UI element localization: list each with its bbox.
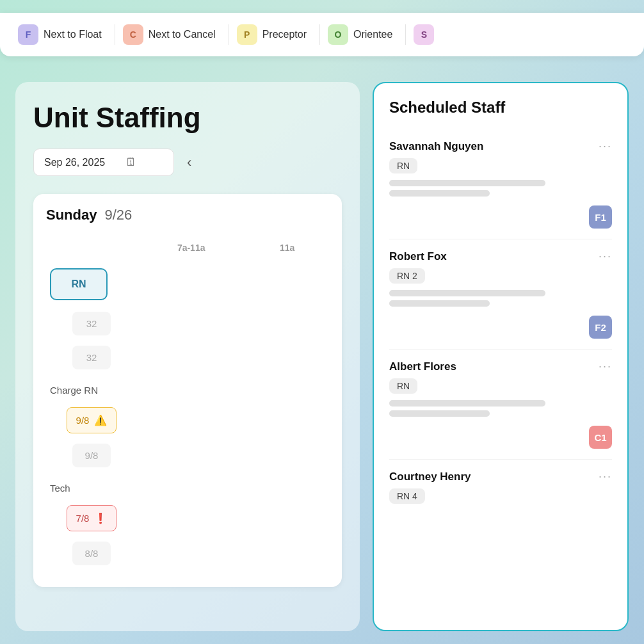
col-label-header xyxy=(50,237,133,258)
rn-count2-cell: 32 xyxy=(50,341,133,374)
charge-rn-label: Charge RN xyxy=(50,378,133,402)
col-time1-header: 7a-11a xyxy=(137,237,245,258)
staff-role-3: RN xyxy=(389,378,417,394)
legend-bar: F Next to Float C Next to Cancel P Prece… xyxy=(0,13,644,56)
list-item: Albert Flores ··· RN C1 xyxy=(389,350,612,460)
staff-role-2: RN 2 xyxy=(389,268,425,284)
day-name: Sunday xyxy=(46,207,97,223)
tech-count1-cell: 7/8 ❗ xyxy=(50,500,133,536)
rn-count1: 32 xyxy=(72,312,111,335)
charge-rn-count2: 9/8 xyxy=(72,444,111,467)
day-card: Sunday 9/26 7a-11a 11a xyxy=(33,194,342,587)
rn-count2: 32 xyxy=(72,346,111,369)
tech-label: Tech xyxy=(50,476,133,500)
charge-rn-count1-cell: 9/8 ⚠️ xyxy=(50,402,133,439)
list-item: Savannah Nguyen ··· RN F1 xyxy=(389,129,612,239)
tech-count2: 8/8 xyxy=(72,542,111,565)
table-row: RN 32 32 xyxy=(50,262,325,374)
staff-info-1: F1 xyxy=(389,180,612,229)
schedule-header-row: 7a-11a 11a xyxy=(50,237,325,258)
info-line-long-1 xyxy=(389,180,545,186)
rn-label-cell: RN xyxy=(50,262,133,307)
staff-role-4: RN 4 xyxy=(389,488,425,504)
left-panel: Unit Staffing Sep 26, 2025 🗓 ‹ Sunday 9/… xyxy=(15,82,360,631)
cancel-badge-icon: C xyxy=(123,24,143,45)
date-value: Sep 26, 2025 xyxy=(44,157,105,168)
legend-item-float: F Next to Float xyxy=(15,22,109,47)
separator-4 xyxy=(405,24,406,45)
day-date: 9/26 xyxy=(104,207,132,223)
list-item: Robert Fox ··· RN 2 F2 xyxy=(389,239,612,350)
separator-1 xyxy=(115,24,115,45)
page-title: Unit Staffing xyxy=(33,102,342,133)
table-row: Charge RN 9/8 ⚠️ 9/8 xyxy=(50,378,325,472)
app-container: F Next to Float C Next to Cancel P Prece… xyxy=(0,0,644,644)
date-input[interactable]: Sep 26, 2025 🗓 xyxy=(33,149,174,176)
calendar-icon: 🗓 xyxy=(125,156,137,169)
float-label: Next to Float xyxy=(44,29,102,40)
chevron-left-icon: ‹ xyxy=(187,154,191,170)
preceptor-badge-icon: P xyxy=(237,24,257,45)
staff-info-2: F2 xyxy=(389,290,612,339)
cancel-label: Next to Cancel xyxy=(149,29,216,40)
staff-header-2: Robert Fox ··· xyxy=(389,250,612,263)
charge-rn-count1: 9/8 ⚠️ xyxy=(67,407,117,433)
info-line-short-1 xyxy=(389,190,490,197)
preceptor-label: Preceptor xyxy=(262,29,307,40)
table-row: Tech 7/8 ❗ 8/8 xyxy=(50,476,325,570)
rn-role-badge[interactable]: RN xyxy=(50,268,108,300)
legend-item-cancel: C Next to Cancel xyxy=(120,22,223,47)
info-line-long-3 xyxy=(389,400,545,407)
staff-name-1: Savannah Nguyen xyxy=(389,140,483,153)
staff-info-3: C1 xyxy=(389,400,612,449)
staff-role-1: RN xyxy=(389,158,417,173)
more-menu-icon-2[interactable]: ··· xyxy=(599,250,612,263)
charge-rn-count2-cell: 9/8 xyxy=(50,439,133,472)
schedule-table: 7a-11a 11a RN 32 xyxy=(46,234,329,574)
info-line-short-3 xyxy=(389,410,490,417)
staff-header-3: Albert Flores ··· xyxy=(389,360,612,373)
scheduled-staff-title: Scheduled Staff xyxy=(389,99,612,117)
legend-item-orientee: O Orientee xyxy=(325,22,400,47)
day-header: Sunday 9/26 xyxy=(46,207,329,223)
float-badge-c1[interactable]: C1 xyxy=(589,426,612,449)
col-time2-header: 11a xyxy=(249,237,325,258)
orientee-label: Orientee xyxy=(353,29,392,40)
tech-count2-cell: 8/8 xyxy=(50,536,133,570)
warning-icon: ⚠️ xyxy=(94,414,107,426)
info-line-long-2 xyxy=(389,290,545,296)
s-badge-icon: S xyxy=(414,24,434,45)
main-content: Unit Staffing Sep 26, 2025 🗓 ‹ Sunday 9/… xyxy=(0,69,644,644)
staff-name-2: Robert Fox xyxy=(389,250,447,263)
separator-2 xyxy=(229,24,229,45)
legend-item-preceptor: P Preceptor xyxy=(234,22,314,47)
prev-arrow-button[interactable]: ‹ xyxy=(182,152,197,173)
more-menu-icon-4[interactable]: ··· xyxy=(599,470,612,483)
staff-name-3: Albert Flores xyxy=(389,360,456,373)
orientee-badge-icon: O xyxy=(328,24,348,45)
staff-header-1: Savannah Nguyen ··· xyxy=(389,140,612,153)
date-row: Sep 26, 2025 🗓 ‹ xyxy=(33,149,342,176)
float-badge-f1[interactable]: F1 xyxy=(589,205,612,229)
staff-name-4: Courtney Henry xyxy=(389,471,471,483)
more-menu-icon-1[interactable]: ··· xyxy=(599,140,612,153)
float-badge-icon: F xyxy=(18,24,38,45)
right-panel: Scheduled Staff Savannah Nguyen ··· RN F… xyxy=(373,82,629,631)
staff-header-4: Courtney Henry ··· xyxy=(389,470,612,483)
info-line-short-2 xyxy=(389,300,490,307)
float-badge-f2[interactable]: F2 xyxy=(589,316,612,339)
list-item: Courtney Henry ··· RN 4 xyxy=(389,460,612,520)
separator-3 xyxy=(319,24,320,45)
legend-item-s: S xyxy=(411,22,442,47)
tech-count1: 7/8 ❗ xyxy=(67,505,117,531)
error-icon: ❗ xyxy=(94,512,107,524)
more-menu-icon-3[interactable]: ··· xyxy=(599,360,612,373)
rn-count1-cell: 32 xyxy=(50,307,133,341)
